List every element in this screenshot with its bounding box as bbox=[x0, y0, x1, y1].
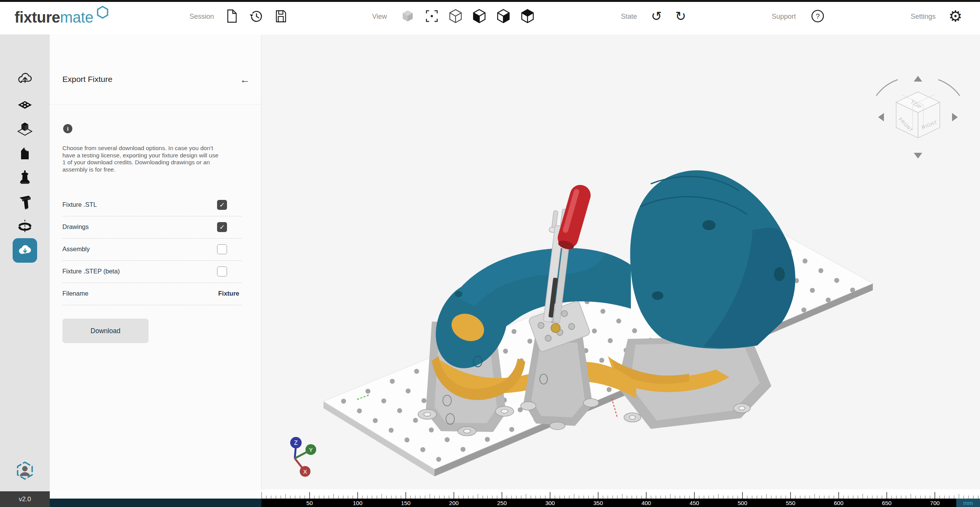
option-row-drawings: Drawings bbox=[62, 216, 242, 239]
profile-icon bbox=[14, 460, 36, 482]
svg-text:500: 500 bbox=[738, 500, 747, 506]
undo-button[interactable]: ↺ bbox=[648, 8, 665, 25]
workpiece-drum[interactable] bbox=[630, 170, 795, 349]
info-icon: i bbox=[63, 124, 72, 133]
cloud-upload-icon bbox=[16, 70, 34, 88]
isometric-view-button[interactable] bbox=[447, 8, 464, 25]
version-bar: v2.0 bbox=[0, 491, 50, 507]
svg-text:350: 350 bbox=[593, 500, 603, 506]
logo-hexagon-icon bbox=[95, 5, 110, 20]
settings-label: Settings bbox=[911, 13, 936, 21]
toggle-clamp-icon bbox=[16, 168, 34, 186]
support-nest-icon bbox=[16, 144, 34, 162]
svg-text:450: 450 bbox=[689, 500, 699, 506]
front-view-button[interactable] bbox=[471, 8, 488, 25]
redo-icon: ↻ bbox=[675, 8, 686, 25]
view-cube-arc-left[interactable] bbox=[876, 80, 898, 96]
clamp-red-handle[interactable] bbox=[555, 182, 593, 251]
ruler-unit-label: mm bbox=[964, 500, 973, 506]
svg-text:250: 250 bbox=[497, 500, 507, 506]
history-icon bbox=[248, 8, 265, 25]
sidebar-item-export-active[interactable] bbox=[13, 238, 37, 263]
svg-text:100: 100 bbox=[353, 500, 363, 506]
assembly-checkbox[interactable] bbox=[217, 244, 227, 254]
option-label: Assembly bbox=[62, 245, 90, 253]
filename-value[interactable]: Fixture bbox=[218, 290, 239, 297]
top-view-cube-icon bbox=[519, 8, 536, 25]
svg-text:?: ? bbox=[816, 12, 820, 20]
sidebar-item-rotate[interactable] bbox=[16, 218, 34, 235]
sidebar-item-clamps[interactable] bbox=[16, 168, 34, 186]
option-row-fixture-step: Fixture .STEP (beta) bbox=[62, 261, 242, 283]
session-history-button[interactable] bbox=[248, 8, 265, 25]
right-view-button[interactable] bbox=[495, 8, 512, 25]
viewport-3d[interactable]: S 1 bbox=[261, 34, 980, 489]
rotate-icon bbox=[16, 218, 34, 235]
part-on-plate-icon bbox=[16, 119, 34, 137]
filename-label: Filename bbox=[62, 290, 88, 297]
scale-ruler: 5010015020025030035040045050055060065070… bbox=[261, 489, 980, 507]
settings-button[interactable]: ⚙ bbox=[947, 8, 964, 25]
fit-view-icon bbox=[423, 8, 440, 25]
help-button[interactable]: ? bbox=[809, 8, 826, 25]
axis-triad: Z Y X bbox=[290, 437, 316, 477]
right-view-cube-icon bbox=[495, 8, 512, 25]
export-options-list: Fixture .STL Drawings Assembly Fixture .… bbox=[62, 194, 242, 305]
download-button[interactable]: Download bbox=[62, 319, 149, 343]
state-label: State bbox=[621, 13, 637, 21]
view-label: View bbox=[372, 13, 387, 21]
sidebar-item-supports[interactable] bbox=[16, 144, 34, 162]
redo-button[interactable]: ↻ bbox=[672, 8, 689, 25]
logo-text-secondary: mate bbox=[60, 9, 93, 26]
view-cube-arrow-down[interactable] bbox=[914, 153, 922, 159]
app-logo: fixturemate bbox=[15, 9, 93, 26]
svg-text:300: 300 bbox=[545, 500, 555, 506]
svg-text:600: 600 bbox=[834, 500, 843, 506]
info-text: Choose from several download options. In… bbox=[62, 145, 220, 173]
help-icon: ? bbox=[809, 8, 826, 25]
svg-text:150: 150 bbox=[401, 500, 410, 506]
sidebar-item-part-setup[interactable] bbox=[16, 119, 34, 137]
option-label: Fixture .STEP (beta) bbox=[62, 268, 120, 275]
fixture-stl-checkbox[interactable] bbox=[217, 200, 227, 210]
panel-bottom-strip bbox=[50, 489, 261, 499]
fixturemate-app: fixturemate Session View bbox=[0, 0, 980, 507]
option-label: Drawings bbox=[62, 223, 89, 231]
view-cube-arrow-left[interactable] bbox=[878, 113, 884, 121]
undo-icon: ↺ bbox=[651, 8, 662, 25]
shaded-cube-icon bbox=[399, 8, 416, 25]
view-cube[interactable]: TOP FRONT RIGHT bbox=[876, 76, 960, 159]
svg-text:550: 550 bbox=[786, 500, 795, 506]
back-button[interactable]: ← bbox=[237, 72, 253, 87]
view-cube-arrow-right[interactable] bbox=[952, 113, 958, 121]
fixture-step-checkbox[interactable] bbox=[217, 267, 227, 276]
navy-bottom-strip bbox=[50, 499, 261, 507]
sidebar-item-stops[interactable] bbox=[16, 193, 34, 211]
option-label: Fixture .STL bbox=[62, 201, 97, 208]
option-row-fixture-stl: Fixture .STL bbox=[62, 194, 242, 216]
profile-button[interactable] bbox=[13, 459, 37, 483]
sidebar-item-upload-model[interactable] bbox=[16, 70, 34, 88]
filename-row: Filename Fixture bbox=[62, 283, 242, 305]
orange-reference-dash bbox=[612, 398, 617, 418]
view-cube-arrow-up[interactable] bbox=[914, 76, 922, 82]
sidebar-item-base-plate[interactable] bbox=[16, 95, 34, 113]
view-cube-arc-right[interactable] bbox=[938, 80, 960, 96]
svg-text:50: 50 bbox=[306, 500, 313, 506]
session-label: Session bbox=[189, 13, 214, 21]
svg-text:400: 400 bbox=[642, 500, 651, 506]
gear-icon: ⚙ bbox=[949, 8, 962, 25]
fit-view-button[interactable] bbox=[423, 8, 440, 25]
panel-title: Export Fixture bbox=[62, 75, 113, 84]
ruler-svg: 5010015020025030035040045050055060065070… bbox=[261, 489, 980, 507]
t-bracket-icon bbox=[16, 193, 34, 211]
drawings-checkbox[interactable] bbox=[217, 222, 227, 232]
shaded-view-button[interactable] bbox=[399, 8, 416, 25]
new-session-button[interactable] bbox=[223, 8, 240, 25]
top-view-button[interactable] bbox=[519, 8, 536, 25]
logo-text-primary: fixture bbox=[15, 9, 60, 26]
save-session-button[interactable] bbox=[272, 8, 289, 25]
wireframe-cube-icon bbox=[447, 8, 464, 25]
save-icon bbox=[272, 8, 289, 25]
option-row-assembly: Assembly bbox=[62, 239, 242, 261]
